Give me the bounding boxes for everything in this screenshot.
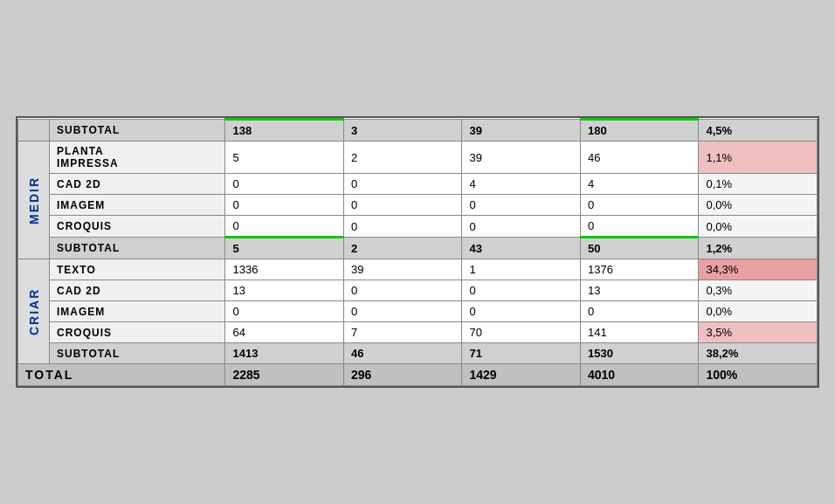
subtotal-val1: 138 xyxy=(225,120,344,142)
row-label: CAD 2D xyxy=(50,280,225,301)
top-subtotal-row: SUBTOTAL 138 3 39 180 4,5% xyxy=(18,120,818,142)
val1: 64 xyxy=(225,322,344,343)
pct: 0,3% xyxy=(699,280,818,301)
subtotal-val2: 3 xyxy=(343,120,462,142)
row-label: CROQUIS xyxy=(50,216,225,238)
val3: 4 xyxy=(462,174,581,195)
val2: 0 xyxy=(343,280,462,301)
val4: 0 xyxy=(580,301,699,322)
val4: 0 xyxy=(580,195,699,216)
criar-group-label: CRIAR xyxy=(18,259,50,364)
val4: 46 xyxy=(580,142,699,174)
val4: 13 xyxy=(580,280,699,301)
total-pct: 100% xyxy=(699,364,818,386)
criar-subtotal-v2: 46 xyxy=(343,343,462,364)
criar-subtotal-v1: 1413 xyxy=(225,343,344,364)
val2: 39 xyxy=(343,259,462,280)
medir-subtotal-v1: 5 xyxy=(225,238,344,259)
val1: 13 xyxy=(225,280,344,301)
pct: 34,3% xyxy=(699,259,818,280)
empty-label xyxy=(18,120,50,142)
criar-row-2: IMAGEM 0 0 0 0 0,0% xyxy=(18,301,818,322)
total-v4: 4010 xyxy=(580,364,699,386)
row-label: TEXTO xyxy=(50,259,225,280)
row-label: PLANTAIMPRESSA xyxy=(50,142,225,174)
total-row: TOTAL 2285 296 1429 4010 100% xyxy=(18,364,818,386)
criar-row-3: CROQUIS 64 7 70 141 3,5% xyxy=(18,322,818,343)
medir-row-1: CAD 2D 0 0 4 4 0,1% xyxy=(18,174,818,195)
pct: 0,1% xyxy=(699,174,818,195)
pct: 3,5% xyxy=(699,322,818,343)
val1: 5 xyxy=(225,142,344,174)
val4: 4 xyxy=(580,174,699,195)
pct: 0,0% xyxy=(699,216,818,238)
subtotal-val3: 39 xyxy=(462,120,581,142)
val2: 0 xyxy=(343,174,462,195)
medir-subtotal-row: SUBTOTAL 5 2 43 50 1,2% xyxy=(18,238,818,259)
main-table-container: SUBTOTAL 138 3 39 180 4,5% MEDIR PLANTAI… xyxy=(16,116,819,388)
val1: 0 xyxy=(225,301,344,322)
criar-row-0: CRIAR TEXTO 1336 39 1 1376 34,3% xyxy=(18,259,818,280)
criar-subtotal-pct: 38,2% xyxy=(699,343,818,364)
medir-subtotal-v3: 43 xyxy=(462,238,581,259)
val2: 0 xyxy=(343,216,462,238)
criar-subtotal-label: SUBTOTAL xyxy=(50,343,225,364)
medir-subtotal-label: SUBTOTAL xyxy=(50,238,225,259)
criar-subtotal-v3: 71 xyxy=(462,343,581,364)
val2: 7 xyxy=(343,322,462,343)
total-v3: 1429 xyxy=(462,364,581,386)
medir-subtotal-pct: 1,2% xyxy=(699,238,818,259)
total-label: TOTAL xyxy=(18,364,225,386)
val3: 0 xyxy=(462,280,581,301)
val1: 0 xyxy=(225,174,344,195)
val3: 1 xyxy=(462,259,581,280)
val2: 0 xyxy=(343,195,462,216)
pct: 0,0% xyxy=(699,195,818,216)
val1: 0 xyxy=(225,216,344,238)
val4: 0 xyxy=(580,216,699,238)
subtotal-val4: 180 xyxy=(580,120,699,142)
val3: 0 xyxy=(462,195,581,216)
criar-row-1: CAD 2D 13 0 0 13 0,3% xyxy=(18,280,818,301)
medir-row-2: IMAGEM 0 0 0 0 0,0% xyxy=(18,195,818,216)
medir-subtotal-v4: 50 xyxy=(580,238,699,259)
val3: 0 xyxy=(462,216,581,238)
val1: 1336 xyxy=(225,259,344,280)
pct: 0,0% xyxy=(699,301,818,322)
medir-group-label: MEDIR xyxy=(18,142,50,259)
medir-subtotal-v2: 2 xyxy=(343,238,462,259)
row-label: CAD 2D xyxy=(50,174,225,195)
val4: 1376 xyxy=(580,259,699,280)
row-label: CROQUIS xyxy=(50,322,225,343)
val4: 141 xyxy=(580,322,699,343)
medir-row-3: CROQUIS 0 0 0 0 0,0% xyxy=(18,216,818,238)
row-label: IMAGEM xyxy=(50,301,225,322)
val2: 2 xyxy=(343,142,462,174)
val3: 0 xyxy=(462,301,581,322)
val3: 39 xyxy=(462,142,581,174)
medir-row-0: MEDIR PLANTAIMPRESSA 5 2 39 46 1,1% xyxy=(18,142,818,174)
criar-subtotal-v4: 1530 xyxy=(580,343,699,364)
val1: 0 xyxy=(225,195,344,216)
pct: 1,1% xyxy=(699,142,818,174)
subtotal-pct: 4,5% xyxy=(699,120,818,142)
val2: 0 xyxy=(343,301,462,322)
total-v1: 2285 xyxy=(225,364,344,386)
total-v2: 296 xyxy=(343,364,462,386)
row-label: IMAGEM xyxy=(50,195,225,216)
val3: 70 xyxy=(462,322,581,343)
criar-subtotal-row: SUBTOTAL 1413 46 71 1530 38,2% xyxy=(18,343,818,364)
subtotal-label: SUBTOTAL xyxy=(50,120,225,142)
